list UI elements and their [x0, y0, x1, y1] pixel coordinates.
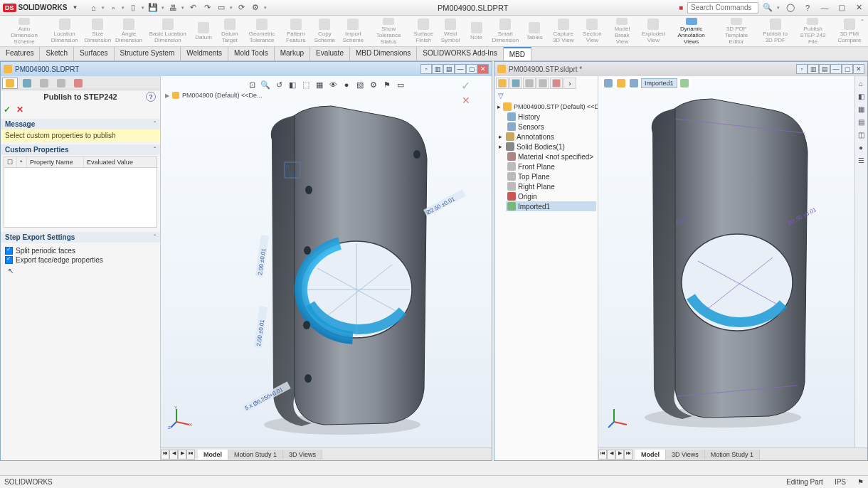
feature-manager-tab[interactable] — [496, 78, 509, 89]
doc-maximize-button[interactable]: ▢ — [842, 64, 853, 74]
view-triad[interactable]: Y X Z — [168, 405, 194, 432]
display-manager-tab[interactable] — [550, 78, 563, 89]
ribbon-weld-symbol[interactable]: Weld Symbol — [438, 17, 463, 46]
section-view-icon[interactable]: ◧ — [287, 79, 298, 90]
viewport-left[interactable]: ⊡ 🔍 ↺ ◧ ⬚ ▦ 👁 ● ▧ ⚙ ⚑ ▭ ✓ ✕ ▶ — [161, 76, 492, 460]
doc-minimize-button[interactable]: — — [455, 64, 466, 74]
view-settings-icon[interactable]: ⚙ — [368, 79, 379, 90]
display-manager-tab[interactable] — [70, 78, 86, 89]
tree-item-front-plane[interactable]: Front Plane — [506, 161, 596, 171]
tab-surfaces[interactable]: Surfaces — [74, 47, 114, 60]
property-manager-tab[interactable] — [19, 78, 35, 89]
tree-root[interactable]: ▸ PM004900.STP (Default) <<Default>_D — [496, 102, 596, 112]
dimxpert-manager-tab[interactable] — [53, 78, 69, 89]
display-style-icon[interactable]: ▦ — [314, 79, 325, 90]
search-commands-input[interactable] — [687, 2, 758, 14]
select-icon[interactable]: ▭ — [216, 2, 227, 14]
ribbon-smart-dimension[interactable]: Smart Dimension — [490, 17, 522, 46]
view-palette-icon[interactable]: ◫ — [855, 129, 867, 140]
ribbon-geometric-tolerance[interactable]: Geometric Tolerance — [243, 17, 280, 46]
checkbox-checked-icon[interactable] — [5, 247, 13, 255]
checkbox-checked-icon[interactable] — [5, 256, 13, 264]
close-button[interactable]: ✕ — [852, 2, 865, 14]
ribbon-basic-location-dimension[interactable]: Basic Location Dimension — [146, 17, 191, 46]
ribbon-publish-step-242-file[interactable]: Publish STEP 242 File — [793, 17, 832, 46]
tree-item-right-plane[interactable]: Right Plane — [506, 181, 596, 191]
tab-evaluate[interactable]: Evaluate — [310, 47, 350, 60]
appearances-icon[interactable]: ● — [855, 142, 867, 153]
ribbon-3d-pdf-template-editor[interactable]: 3D PDF Template Editor — [716, 17, 758, 46]
ribbon-publish-to-3d-pdf[interactable]: Publish to 3D PDF — [759, 17, 792, 46]
tree-item-imported1[interactable]: Imported1 — [506, 201, 596, 211]
hide-show-icon[interactable]: 👁 — [327, 79, 339, 90]
more-tabs-icon[interactable]: › — [563, 78, 576, 89]
message-header[interactable]: Message ˆ — [1, 119, 160, 129]
apply-scene-icon[interactable]: ▧ — [354, 79, 366, 90]
tab-markup[interactable]: Markup — [275, 47, 310, 60]
tree-item-solid-bodies-1-[interactable]: ▸Solid Bodies(1) — [506, 142, 596, 152]
tree-item-annotations[interactable]: ▸Annotations — [506, 132, 596, 142]
ribbon-collapse-icon[interactable]: ˆ — [861, 18, 864, 27]
redo-icon[interactable]: ↷ — [201, 2, 213, 14]
tree-item-top-plane[interactable]: Top Plane — [506, 171, 596, 181]
scroll-next-icon[interactable]: ▶ — [178, 450, 186, 460]
save-icon[interactable]: 💾 — [147, 2, 159, 14]
scroll-first-icon[interactable]: ⏮ — [161, 450, 169, 460]
export-settings-header[interactable]: Step Export Settings ˆ — [1, 232, 160, 243]
model-tab[interactable]: Model — [635, 450, 666, 460]
search-icon[interactable]: 🔍 — [763, 3, 773, 13]
tree-item-material-not-specified-[interactable]: Material <not specified> — [506, 152, 596, 161]
model-tab[interactable]: Model — [198, 450, 228, 460]
ribbon-import-scheme[interactable]: Import Scheme — [339, 17, 367, 46]
screen-capture-icon[interactable]: ▭ — [395, 79, 406, 90]
home-task-icon[interactable]: ⌂ — [855, 78, 867, 89]
part-model[interactable]: Ø2.50 ±0.01 2.00 ±0.01 2.00 ±0.01 5 x Ø0… — [218, 90, 474, 440]
ribbon-surface-finish[interactable]: Surface Finish — [410, 17, 436, 46]
feature-manager-tab[interactable] — [2, 78, 18, 89]
view-orientation-icon[interactable]: ⬚ — [300, 79, 312, 90]
filter-icon[interactable]: ▽ — [496, 90, 506, 100]
new-icon[interactable]: ▫ — [107, 2, 119, 14]
tab-mbd-dimensions[interactable]: MBD Dimensions — [350, 47, 417, 60]
home-icon[interactable]: ⌂ — [88, 2, 99, 14]
scroll-next-icon[interactable]: ▶ — [615, 450, 624, 460]
maximize-button[interactable]: ▢ — [835, 2, 848, 14]
viewport-split-h-icon[interactable]: ▥ — [808, 64, 819, 74]
custom-properties-header[interactable]: Custom Properties ˆ — [1, 144, 160, 155]
doc-maximize-button[interactable]: ▢ — [466, 64, 477, 74]
scroll-last-icon[interactable]: ⏭ — [624, 450, 633, 460]
viewport-single-icon[interactable]: ▫ — [420, 64, 432, 74]
ribbon-pattern-feature[interactable]: Pattern Feature — [282, 17, 310, 46]
configuration-manager-tab[interactable] — [36, 78, 52, 89]
configuration-manager-tab[interactable] — [523, 78, 536, 89]
doc-close-button[interactable]: ✕ — [477, 64, 489, 74]
viewport-right[interactable]: Imported1 — [598, 76, 867, 460]
dimxpert-manager-tab[interactable] — [536, 78, 549, 89]
edit-appearance-icon[interactable]: ● — [341, 79, 352, 90]
scroll-last-icon[interactable]: ⏭ — [186, 450, 195, 460]
tree-item-sensors[interactable]: Sensors — [506, 122, 596, 132]
property-manager-tab[interactable] — [509, 78, 522, 89]
zoom-area-icon[interactable]: 🔍 — [260, 79, 271, 90]
breadcrumb-arrow-icon[interactable]: ▶ — [165, 92, 169, 99]
tab-sketch[interactable]: Sketch — [40, 47, 74, 60]
3d-views-tab[interactable]: 3D Views — [283, 450, 322, 460]
cancel-button[interactable]: ✕ — [16, 105, 26, 115]
ribbon-location-dimension[interactable]: Location Dimension — [47, 17, 82, 46]
print-icon[interactable]: 🖶 — [167, 2, 179, 14]
expand-icon[interactable]: ▸ — [499, 133, 502, 140]
view-triad[interactable] — [605, 405, 631, 432]
viewport-split-v-icon[interactable]: ▤ — [819, 64, 830, 74]
open-icon[interactable]: ▯ — [127, 2, 139, 14]
scroll-prev-icon[interactable]: ◀ — [169, 450, 178, 460]
tree-item-history[interactable]: History — [506, 112, 596, 122]
scroll-first-icon[interactable]: ⏮ — [598, 450, 607, 460]
scroll-prev-icon[interactable]: ◀ — [607, 450, 615, 460]
ok-button[interactable]: ✓ — [4, 105, 14, 115]
checkbox-column[interactable]: ☐ — [4, 157, 17, 167]
logo-dropdown[interactable]: ▼ — [69, 2, 80, 14]
expand-icon[interactable]: ▸ — [499, 143, 502, 150]
ribbon-datum[interactable]: Datum — [191, 17, 216, 46]
export-face-edge-properties-option[interactable]: Export face/edge properties — [5, 256, 156, 264]
ribbon-size-dimension[interactable]: Size Dimension — [83, 17, 112, 46]
